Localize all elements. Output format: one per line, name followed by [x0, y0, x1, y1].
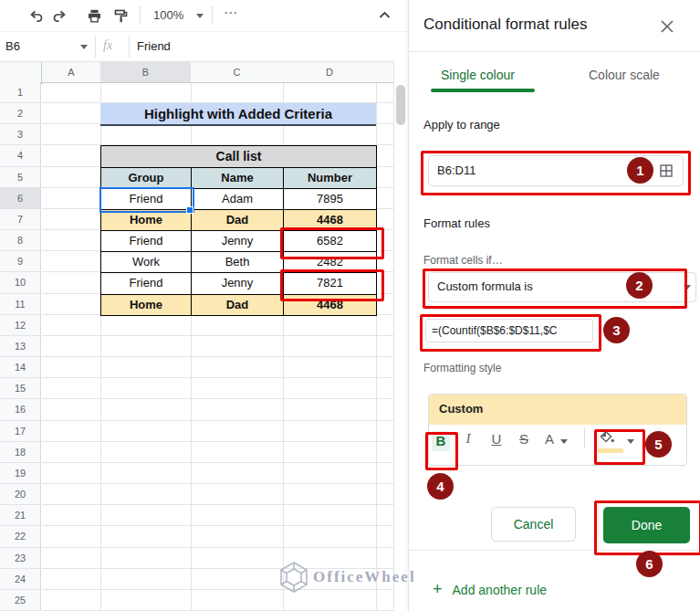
divider [409, 550, 700, 551]
table-title-cell[interactable]: Call list [100, 145, 377, 167]
column-header-partial[interactable] [376, 61, 394, 83]
cell-C10[interactable]: Jenny [191, 272, 284, 294]
row-header-12[interactable]: 12 [0, 315, 41, 336]
column-header-D[interactable]: D [283, 61, 377, 83]
table-header-number[interactable]: Number [283, 167, 377, 189]
watermark: OfficeWheel [277, 560, 416, 595]
divider [409, 51, 700, 52]
column-header-A[interactable]: A [42, 61, 101, 83]
custom-formula-value[interactable]: =(Countif($B$6:$D$11,$C [432, 324, 558, 337]
column-header-C[interactable]: C [191, 61, 284, 83]
row-header-21[interactable]: 21 [0, 505, 41, 526]
row-header-8[interactable]: 8 [0, 230, 41, 251]
cell-B11[interactable]: Home [100, 294, 192, 316]
sheet-title-cell[interactable]: Highlight with Added Criteria [100, 103, 376, 126]
row-header-14[interactable]: 14 [0, 357, 41, 378]
fill-handle[interactable] [186, 206, 193, 214]
row-header-9[interactable]: 9 [0, 251, 41, 272]
row-header-1[interactable]: 1 [0, 82, 41, 103]
step-badge-6: 6 [636, 551, 663, 577]
row-header-23[interactable]: 23 [0, 548, 41, 569]
select-data-range-icon[interactable] [659, 163, 674, 178]
row-header-3[interactable]: 3 [0, 124, 41, 145]
formula-bar-content[interactable]: Friend [137, 39, 171, 53]
row-header-19[interactable]: 19 [0, 463, 41, 484]
italic-button[interactable]: I [459, 431, 477, 447]
row-header-25[interactable]: 25 [0, 590, 41, 611]
cell-D11[interactable]: 4468 [283, 294, 377, 316]
cell-C7[interactable]: Dad [191, 209, 284, 231]
row-header-15[interactable]: 15 [0, 378, 41, 399]
step-badge-2: 2 [626, 272, 653, 299]
tab-single-colour[interactable]: Single colour [441, 68, 515, 82]
close-icon[interactable] [658, 17, 676, 36]
undo-icon[interactable] [28, 8, 44, 24]
row-header-5[interactable]: 5 [0, 167, 41, 188]
format-cells-if-label: Format cells if… [423, 254, 503, 267]
apply-to-range-label: Apply to range [423, 118, 500, 132]
row-header-11[interactable]: 11 [0, 294, 41, 315]
cell-D8[interactable]: 6582 [283, 230, 377, 252]
row-header-22[interactable]: 22 [0, 526, 41, 547]
cell-B8[interactable]: Friend [100, 230, 192, 252]
format-rules-heading: Format rules [423, 216, 490, 230]
collapse-toolbar-icon[interactable] [377, 7, 392, 23]
cell-C9[interactable]: Beth [191, 251, 284, 273]
row-header-20[interactable]: 20 [0, 484, 41, 505]
condition-dropdown-value[interactable]: Custom formula is [437, 279, 533, 293]
row-header-13[interactable]: 13 [0, 336, 41, 357]
fill-color-icon[interactable] [599, 430, 615, 445]
cell-C6[interactable]: Adam [191, 188, 284, 210]
formatting-style-label: Formatting style [423, 362, 501, 374]
vertical-scrollbar-track[interactable] [393, 61, 409, 611]
row-header-17[interactable]: 17 [0, 421, 41, 442]
step-badge-3: 3 [603, 317, 630, 343]
paint-format-icon[interactable] [113, 8, 129, 24]
cancel-button[interactable]: Cancel [491, 507, 576, 542]
divider [129, 36, 130, 58]
table-header-group[interactable]: Group [100, 167, 192, 189]
row-header-7[interactable]: 7 [0, 209, 41, 230]
name-box[interactable]: B6 [5, 39, 20, 53]
select-all-corner[interactable] [0, 61, 43, 84]
add-another-rule-button[interactable]: + Add another rule [433, 580, 547, 599]
cell-D7[interactable]: 4468 [283, 209, 377, 231]
print-icon[interactable] [87, 8, 102, 24]
row-header-16[interactable]: 16 [0, 399, 41, 420]
redo-icon[interactable] [52, 8, 68, 24]
more-options-button[interactable]: ⋯ [224, 5, 238, 21]
cell-C11[interactable]: Dad [191, 294, 284, 316]
tab-colour-scale[interactable]: Colour scale [589, 68, 660, 82]
selected-cell-outline [99, 187, 194, 213]
chevron-down-icon[interactable] [560, 439, 568, 444]
chevron-down-icon[interactable] [80, 45, 88, 49]
underline-button[interactable]: U [487, 431, 506, 447]
row-header-24[interactable]: 24 [0, 569, 41, 590]
step-badge-4: 4 [427, 473, 454, 500]
row-header-18[interactable]: 18 [0, 442, 41, 463]
chevron-down-icon[interactable] [684, 285, 691, 290]
cell-D10[interactable]: 7821 [283, 272, 377, 294]
bold-button[interactable]: B [432, 431, 450, 451]
cell-C8[interactable]: Jenny [191, 230, 284, 252]
row-header-6[interactable]: 6 [0, 188, 41, 209]
row-header-4[interactable]: 4 [0, 145, 41, 166]
strikethrough-button[interactable]: S [515, 431, 533, 447]
vertical-scrollbar-thumb[interactable] [396, 85, 405, 125]
column-header-B[interactable]: B [100, 61, 192, 83]
range-input-value[interactable]: B6:D11 [437, 163, 475, 177]
row-header-2[interactable]: 2 [0, 103, 41, 124]
text-color-button[interactable]: A [540, 431, 559, 447]
row-header-10[interactable]: 10 [0, 272, 41, 293]
table-header-name[interactable]: Name [191, 167, 284, 189]
officewheel-logo-icon [277, 560, 311, 595]
done-button[interactable]: Done [603, 507, 690, 543]
toolbar-separator [140, 6, 141, 25]
cell-D6[interactable]: 7895 [283, 188, 377, 210]
zoom-control[interactable]: 100% [153, 8, 204, 22]
cell-D9[interactable]: 2482 [283, 251, 377, 273]
cell-B9[interactable]: Work [100, 251, 192, 273]
plus-icon: + [433, 580, 443, 599]
chevron-down-icon[interactable] [627, 439, 634, 444]
cell-B10[interactable]: Friend [100, 272, 192, 294]
